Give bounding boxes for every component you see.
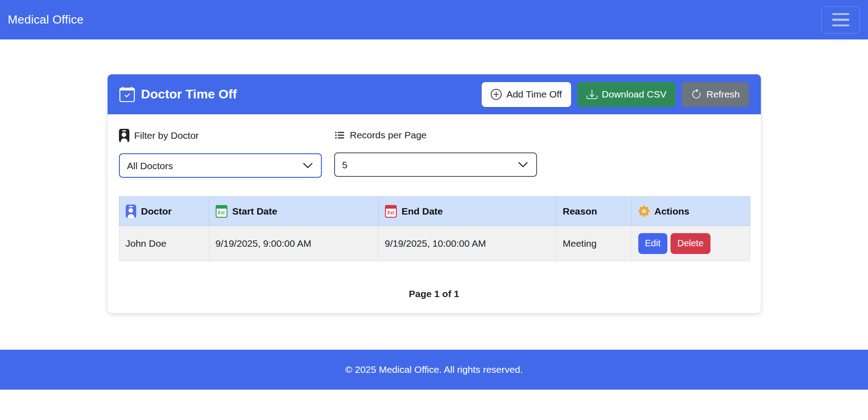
calendar-fri-green-icon: Fri bbox=[216, 205, 227, 218]
card-body: Filter by Doctor All Doctors bbox=[108, 114, 761, 313]
filter-doctor-column: Filter by Doctor All Doctors bbox=[119, 129, 322, 178]
calendar-check-icon bbox=[119, 87, 135, 102]
gear-icon bbox=[638, 205, 650, 217]
records-per-page-label: Records per Page bbox=[334, 129, 537, 142]
header-actions: Add Time Off Download CSV Refresh bbox=[482, 82, 749, 107]
add-time-off-button[interactable]: Add Time Off bbox=[482, 82, 571, 107]
copyright-text: © 2025 Medical Office. All rights reserv… bbox=[345, 364, 523, 375]
page-footer: © 2025 Medical Office. All rights reserv… bbox=[0, 350, 868, 390]
card-header: Doctor Time Off Add Time Off Download CS… bbox=[108, 74, 761, 114]
refresh-icon bbox=[691, 89, 702, 100]
column-header-end-date: Fri End Date bbox=[378, 197, 556, 226]
time-off-table: Doctor Fri Start Date bbox=[119, 196, 750, 261]
cell-actions: Edit Delete bbox=[631, 226, 750, 261]
hamburger-icon bbox=[832, 24, 849, 27]
doctor-filter-select[interactable]: All Doctors bbox=[119, 153, 322, 178]
delete-button[interactable]: Delete bbox=[671, 233, 710, 254]
brand-title[interactable]: Medical Office bbox=[8, 13, 84, 27]
plus-circle-icon bbox=[491, 89, 502, 100]
records-per-page-select[interactable]: 5 bbox=[334, 152, 537, 177]
column-header-doctor: Doctor bbox=[119, 197, 209, 226]
table-header-row: Doctor Fri Start Date bbox=[119, 197, 750, 226]
filter-row: Filter by Doctor All Doctors bbox=[119, 129, 750, 178]
doctor-time-off-card: Doctor Time Off Add Time Off Download CS… bbox=[107, 74, 761, 313]
refresh-button[interactable]: Refresh bbox=[682, 82, 749, 107]
person-badge-icon bbox=[126, 205, 136, 218]
refresh-label: Refresh bbox=[706, 89, 740, 100]
hamburger-icon bbox=[832, 19, 849, 21]
filter-by-doctor-label: Filter by Doctor bbox=[119, 129, 322, 142]
download-csv-button[interactable]: Download CSV bbox=[577, 82, 676, 107]
table-row: John Doe 9/19/2025, 9:00:00 AM 9/19/2025… bbox=[119, 226, 750, 261]
records-per-page-text: Records per Page bbox=[350, 129, 427, 142]
cell-start-date: 9/19/2025, 9:00:00 AM bbox=[209, 226, 378, 261]
calendar-fri-red-icon: Fri bbox=[385, 205, 397, 218]
cell-reason: Meeting bbox=[556, 226, 631, 261]
cell-end-date: 9/19/2025, 10:00:00 AM bbox=[378, 226, 556, 261]
main-content: Doctor Time Off Add Time Off Download CS… bbox=[0, 39, 868, 313]
edit-button[interactable]: Edit bbox=[638, 233, 667, 254]
add-time-off-label: Add Time Off bbox=[506, 89, 562, 100]
download-icon bbox=[587, 89, 597, 100]
column-header-actions: Actions bbox=[631, 197, 750, 226]
records-per-page-column: Records per Page 5 bbox=[334, 129, 537, 178]
hamburger-icon bbox=[832, 13, 849, 15]
navbar-toggler-button[interactable] bbox=[821, 6, 860, 34]
download-csv-label: Download CSV bbox=[602, 89, 666, 100]
person-badge-icon bbox=[119, 129, 129, 142]
top-navbar: Medical Office bbox=[0, 0, 868, 39]
column-header-reason: Reason bbox=[556, 197, 631, 226]
card-title: Doctor Time Off bbox=[119, 87, 237, 102]
filter-by-doctor-text: Filter by Doctor bbox=[134, 129, 199, 142]
column-header-start-date: Fri Start Date bbox=[209, 197, 378, 226]
page-indicator: Page 1 of 1 bbox=[119, 288, 750, 300]
cell-doctor: John Doe bbox=[119, 226, 209, 261]
page-title: Doctor Time Off bbox=[141, 87, 237, 102]
list-icon bbox=[334, 130, 345, 141]
